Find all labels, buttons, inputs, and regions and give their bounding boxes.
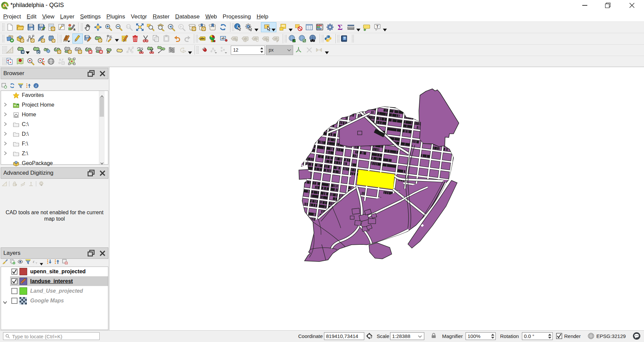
svg-text:ab: ab [274, 37, 278, 40]
svg-text:abc: abc [200, 37, 205, 40]
svg-text:T: T [376, 24, 379, 28]
svg-text:Σ: Σ [337, 23, 342, 31]
svg-text:1:1: 1:1 [127, 25, 130, 28]
svg-text:ab: ab [221, 37, 225, 40]
svg-text:i: i [36, 84, 37, 88]
svg-text:X,Y: X,Y [59, 58, 64, 61]
svg-text:?: ? [343, 37, 345, 40]
svg-text:ab: ab [244, 37, 247, 40]
svg-text:ε: ε [33, 259, 35, 264]
svg-text:a: a [73, 27, 75, 31]
svg-text:i: i [237, 24, 238, 29]
